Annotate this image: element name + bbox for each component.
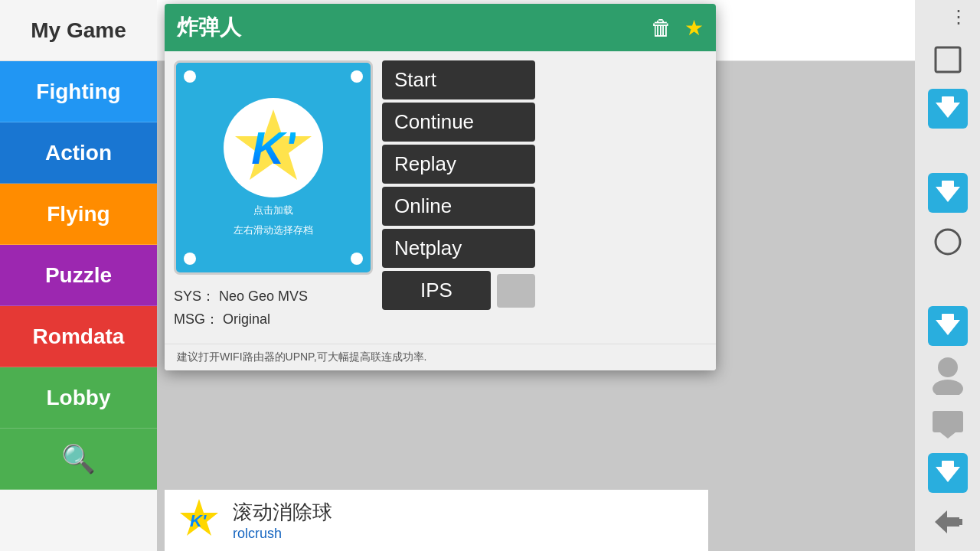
svg-text:K': K' bbox=[190, 511, 207, 530]
svg-marker-27 bbox=[955, 519, 962, 525]
svg-rect-18 bbox=[942, 314, 954, 321]
sidebar-label-flying: Flying bbox=[47, 202, 109, 227]
sidebar-item-lobby[interactable]: Lobby bbox=[0, 367, 157, 429]
card-corner-tl bbox=[184, 70, 196, 83]
bottom-game-row[interactable]: K' 滚动消除球 rolcrush bbox=[165, 490, 708, 551]
game-card-text-line1: 点击加载 bbox=[253, 204, 293, 217]
sidebar-label-my-game: My Game bbox=[31, 18, 126, 43]
game-card-wrapper: K' 点击加载 左右滑动选择存档 SYS： Neo Geo MVS MSG： O… bbox=[174, 60, 373, 334]
avatar-icon[interactable] bbox=[925, 352, 971, 398]
sidebar: My Game Fighting Action Flying Puzzle Ro… bbox=[0, 0, 157, 551]
sidebar-label-action: Action bbox=[45, 141, 112, 165]
bottom-game-info: 滚动消除球 rolcrush bbox=[233, 499, 332, 542]
card-corner-tr bbox=[351, 70, 363, 83]
start-button[interactable]: Start bbox=[382, 60, 535, 99]
svg-rect-25 bbox=[942, 461, 954, 468]
svg-rect-11 bbox=[942, 96, 954, 104]
sidebar-item-action[interactable]: Action bbox=[0, 122, 157, 184]
sidebar-item-puzzle[interactable]: Puzzle bbox=[0, 245, 157, 306]
svg-point-15 bbox=[936, 230, 960, 254]
sidebar-item-fighting[interactable]: Fighting bbox=[0, 61, 157, 122]
dialog-header: 炸弹人 🗑 ★ bbox=[165, 4, 716, 51]
svg-point-20 bbox=[933, 380, 963, 395]
sidebar-label-fighting: Fighting bbox=[36, 80, 120, 104]
dialog-title: 炸弹人 bbox=[177, 13, 241, 42]
game-card[interactable]: K' 点击加载 左右滑动选择存档 bbox=[174, 60, 373, 275]
dialog-body: K' 点击加载 左右滑动选择存档 SYS： Neo Geo MVS MSG： O… bbox=[165, 51, 716, 344]
msg-info: MSG： Original bbox=[174, 310, 373, 328]
sidebar-item-romdata[interactable]: Romdata bbox=[0, 306, 157, 367]
svg-marker-22 bbox=[940, 432, 956, 439]
bottom-game-subtitle: rolcrush bbox=[233, 526, 332, 542]
delete-icon[interactable]: 🗑 bbox=[651, 15, 672, 41]
sys-label: SYS： bbox=[174, 289, 215, 304]
svg-rect-21 bbox=[933, 411, 963, 432]
continue-button[interactable]: Continue bbox=[382, 103, 535, 142]
k-letter: K' bbox=[251, 122, 296, 174]
game-card-text-line2: 左右滑动选择存档 bbox=[234, 223, 313, 237]
logo-wrapper: K' bbox=[227, 102, 319, 194]
back-button[interactable] bbox=[925, 499, 971, 545]
sidebar-item-my-game[interactable]: My Game bbox=[0, 0, 157, 61]
scroll-down-button-1[interactable] bbox=[925, 86, 971, 132]
card-corner-bl bbox=[184, 253, 196, 265]
scroll-down-button-3[interactable] bbox=[925, 303, 971, 349]
scroll-down-button-2[interactable] bbox=[925, 170, 971, 216]
msg-value: Original bbox=[223, 311, 270, 327]
sidebar-label-romdata: Romdata bbox=[33, 324, 125, 349]
action-buttons: Start Continue Replay Online Netplay IPS bbox=[382, 60, 535, 334]
search-icon: 🔍 bbox=[61, 443, 96, 475]
sidebar-label-puzzle: Puzzle bbox=[45, 263, 112, 288]
sidebar-item-flying[interactable]: Flying bbox=[0, 184, 157, 245]
sidebar-label-lobby: Lobby bbox=[47, 386, 111, 410]
game-info: SYS： Neo Geo MVS MSG： Original bbox=[174, 281, 373, 334]
svg-rect-8 bbox=[936, 47, 960, 72]
replay-button[interactable]: Replay bbox=[382, 145, 535, 184]
svg-rect-14 bbox=[942, 181, 954, 188]
message-icon[interactable] bbox=[925, 401, 971, 447]
sys-value: Neo Geo MVS bbox=[219, 289, 308, 304]
ips-toggle[interactable] bbox=[497, 274, 535, 308]
home-circle-button[interactable] bbox=[925, 219, 971, 265]
bottom-game-title: 滚动消除球 bbox=[233, 499, 332, 526]
dialog-footer: 建议打开WIFI路由器的UPNP,可大幅提高联连成功率. bbox=[165, 344, 716, 370]
dialog-header-actions: 🗑 ★ bbox=[651, 15, 704, 41]
sys-info: SYS： Neo Geo MVS bbox=[174, 287, 373, 305]
game-logo-circle: K' bbox=[224, 98, 323, 197]
right-panel: ⋮ bbox=[915, 0, 980, 551]
ips-row: IPS bbox=[382, 271, 535, 310]
netplay-button[interactable]: Netplay bbox=[382, 229, 535, 268]
bottom-game-thumb: K' bbox=[174, 496, 224, 546]
game-dialog: 炸弹人 🗑 ★ bbox=[165, 4, 716, 370]
sidebar-item-search[interactable]: 🔍 bbox=[0, 429, 157, 490]
scroll-down-button-4[interactable] bbox=[925, 450, 971, 496]
online-button[interactable]: Online bbox=[382, 187, 535, 226]
svg-point-19 bbox=[938, 357, 958, 377]
three-dots-area: ⋮ bbox=[915, 6, 980, 34]
msg-label: MSG： bbox=[174, 311, 219, 327]
square-button[interactable] bbox=[925, 37, 971, 83]
star-icon[interactable]: ★ bbox=[684, 15, 704, 41]
footer-text: 建议打开WIFI路由器的UPNP,可大幅提高联连成功率. bbox=[177, 350, 426, 363]
ips-button[interactable]: IPS bbox=[382, 271, 491, 310]
main-content: ① 炸弹人 炸弹人 🗑 ★ bbox=[157, 0, 915, 551]
card-corner-br bbox=[351, 253, 363, 265]
three-dots-icon[interactable]: ⋮ bbox=[949, 6, 975, 28]
